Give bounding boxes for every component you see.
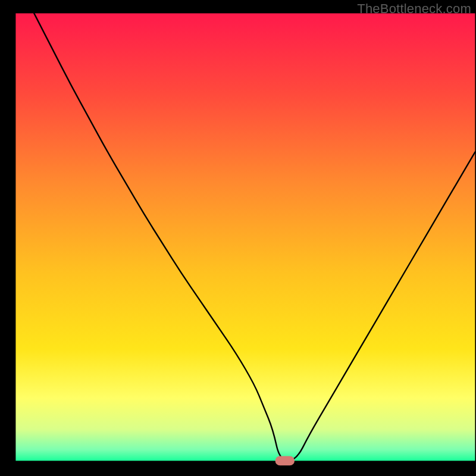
- plot-background: [15, 13, 475, 461]
- bottleneck-chart: [0, 0, 476, 476]
- watermark-text: TheBottleneck.com: [357, 1, 471, 17]
- optimal-marker: [275, 456, 295, 466]
- chart-frame: TheBottleneck.com: [0, 0, 476, 476]
